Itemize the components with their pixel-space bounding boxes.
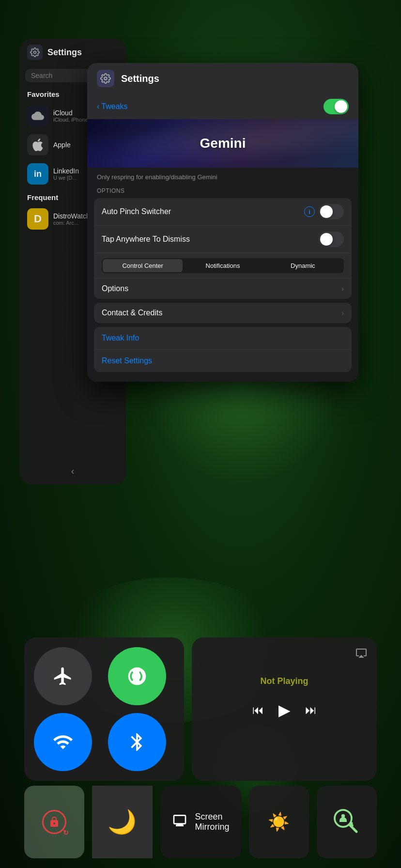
accessibility-tile[interactable] (317, 786, 377, 858)
rewind-button[interactable]: ⏮ (252, 703, 264, 717)
contact-credits-group: Contact & Credits › (94, 303, 352, 323)
play-button[interactable]: ▶ (278, 701, 291, 719)
fast-forward-button[interactable]: ⏭ (305, 703, 317, 717)
options-right: › (341, 285, 344, 293)
linkedin-info: LinkedIn U we [D... (53, 167, 79, 181)
reset-settings-row[interactable]: Reset Settings (94, 350, 352, 372)
settings-icon (27, 45, 43, 60)
segment-notifications[interactable]: Notifications (183, 259, 262, 272)
content-area: Only respring for enabling/disabling Gem… (87, 168, 358, 382)
hero-title: Gemini (200, 136, 246, 151)
not-playing-label: Not Playing (260, 676, 308, 686)
contact-credits-row[interactable]: Contact & Credits › (94, 303, 352, 323)
now-playing-panel: Not Playing ⏮ ▶ ⏭ (192, 637, 377, 781)
airplane-mode-button[interactable] (34, 647, 92, 705)
tweak-info-row[interactable]: Tweak Info (94, 327, 352, 350)
auto-pinch-right: i (304, 204, 344, 219)
info-group: Tweak Info Reset Settings (94, 327, 352, 372)
screen-mirroring-icon (172, 813, 187, 832)
distrowatch-info: DistroWatch com: Arc... (53, 212, 90, 226)
options-section-header: OPTIONS (87, 184, 358, 196)
switcher-title: Settings (47, 47, 82, 58)
segment-dynamic[interactable]: Dynamic (263, 259, 343, 272)
svg-point-1 (104, 77, 107, 80)
auto-pinch-row[interactable]: Auto Pinch Switcher i (94, 198, 352, 226)
settings-app-header: Settings (87, 63, 358, 94)
options-chevron-icon: › (341, 285, 344, 293)
brightness-icon: ☀️ (268, 812, 290, 832)
options-label: Options (102, 284, 128, 293)
tap-anywhere-label: Tap Anywhere To Dismiss (102, 235, 190, 244)
segmented-row: Control Center Notifications Dynamic (94, 253, 352, 279)
contact-credits-label: Contact & Credits (102, 309, 162, 317)
icloud-icon (27, 105, 48, 126)
apple-info: Apple (53, 141, 71, 149)
screen-mirroring-label: Screen Mirroring (195, 812, 230, 832)
contact-credits-left: Contact & Credits (102, 309, 162, 317)
back-nav[interactable]: ‹ Tweaks (97, 102, 128, 111)
moon-icon: 🌙 (108, 808, 137, 836)
cc-connectivity-panel (24, 637, 184, 781)
airplay-icon[interactable] (355, 647, 367, 662)
settings-title: Settings (121, 73, 159, 84)
options-group: Auto Pinch Switcher i Tap Anywhere To Di… (94, 198, 352, 299)
back-button[interactable]: ‹ (71, 465, 75, 477)
bluetooth-button[interactable] (108, 713, 166, 771)
control-center: Not Playing ⏮ ▶ ⏭ (24, 637, 377, 781)
auto-pinch-toggle[interactable] (319, 204, 344, 219)
nav-bar: ‹ Tweaks (87, 94, 358, 119)
playback-controls: ⏮ ▶ ⏭ (252, 701, 317, 719)
contact-credits-right: › (341, 309, 344, 317)
info-icon[interactable]: i (304, 206, 315, 217)
bottom-tiles: ↻ 🌙 Screen Mirroring ☀️ (24, 786, 377, 858)
segment-control-center[interactable]: Control Center (103, 259, 183, 272)
settings-app-icon (97, 70, 114, 87)
svg-point-0 (34, 51, 36, 54)
app-switcher-header: Settings (19, 39, 126, 66)
distrowatch-icon: D (27, 208, 48, 230)
do-not-disturb-tile[interactable]: 🌙 (92, 786, 152, 858)
options-left: Options (102, 284, 128, 293)
tap-anywhere-row[interactable]: Tap Anywhere To Dismiss (94, 226, 352, 253)
info-text: Only respring for enabling/disabling Gem… (87, 168, 358, 184)
tap-anywhere-left: Tap Anywhere To Dismiss (102, 235, 190, 244)
tweak-info-label: Tweak Info (102, 334, 139, 342)
tap-anywhere-right (319, 232, 344, 247)
main-toggle[interactable] (324, 99, 349, 114)
hero-section: Gemini (87, 119, 358, 168)
auto-pinch-left: Auto Pinch Switcher (102, 207, 171, 216)
segmented-control[interactable]: Control Center Notifications Dynamic (102, 258, 344, 273)
tap-anywhere-toggle[interactable] (319, 232, 344, 247)
options-row[interactable]: Options › (94, 279, 352, 299)
back-label: Tweaks (101, 102, 127, 111)
settings-panel: Settings ‹ Tweaks Gemini Only respring f… (87, 63, 358, 382)
wifi-radio-button[interactable] (108, 647, 166, 705)
brightness-tile[interactable]: ☀️ (249, 786, 309, 858)
auto-pinch-label: Auto Pinch Switcher (102, 207, 171, 216)
wifi-button[interactable] (34, 713, 92, 771)
back-chevron-icon: ‹ (97, 102, 99, 111)
portrait-lock-tile[interactable]: ↻ (24, 786, 84, 858)
apple-icon (27, 134, 48, 155)
contact-credits-chevron-icon: › (341, 309, 344, 317)
linkedin-icon: in (27, 163, 48, 185)
screen-mirroring-tile[interactable]: Screen Mirroring (160, 786, 241, 858)
reset-settings-label: Reset Settings (102, 356, 152, 365)
search-placeholder: Search (31, 72, 52, 79)
